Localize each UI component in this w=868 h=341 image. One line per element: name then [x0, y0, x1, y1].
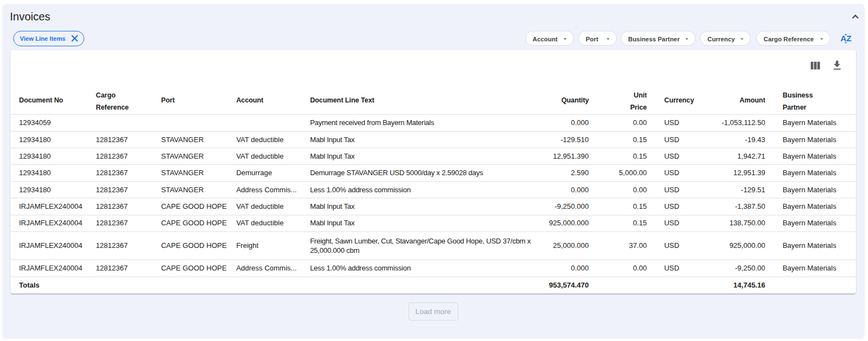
svg-text:AZ: AZ [840, 34, 851, 43]
